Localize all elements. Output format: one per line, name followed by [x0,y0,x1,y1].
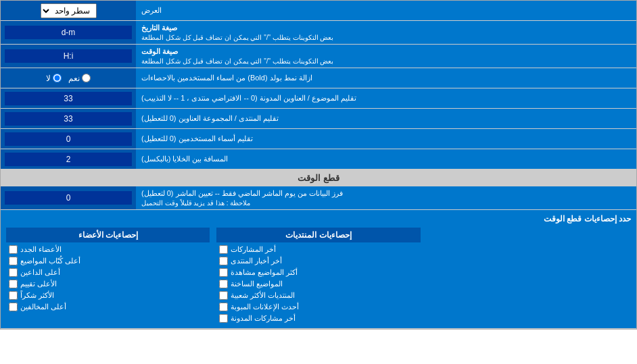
checkbox-last-posts[interactable] [219,245,228,254]
time-section-header: قطع الوقت [1,170,636,186]
main-container: العرض سطر واحدسطرينثلاثة أسطر صيغة التار… [0,0,637,330]
header-row: العرض سطر واحدسطرينثلاثة أسطر [1,1,636,21]
time-cut-row: فرز البيانات من يوم الماشر الماضي فقط --… [1,186,636,210]
forum-trim-row: تقليم المنتدى / المجموعة العناوين (0 للت… [1,109,636,129]
checkbox-item: أكثر المواضيع مشاهدة [216,267,420,278]
checkbox-item: الأعضاء الجدد [6,244,210,255]
forums-stats-col: إحصاءيات المنتديات أخر المشاركات أخر أخب… [216,228,420,324]
forum-trim-input[interactable] [5,112,132,126]
checkboxes-title: حدد إحصاءيات قطع الوقت [6,214,631,224]
radio-no-label: لا [46,74,62,83]
checkbox-hot-topics[interactable] [219,280,228,288]
header-select-container: سطر واحدسطرينثلاثة أسطر [1,1,136,20]
checkbox-last-news[interactable] [219,257,228,265]
checkbox-item: أعلى الداعين [6,267,210,278]
checkbox-item: الأعلى تقييم [6,278,210,290]
checkbox-blog-posts[interactable] [219,314,228,323]
topic-trim-label: تقليم الموضوع / العناوين المدونة (0 -- ا… [136,88,636,108]
forums-stats-header: إحصاءيات المنتديات [216,228,420,242]
checkbox-item: أخر المشاركات [216,244,420,255]
checkbox-top-rated[interactable] [9,280,18,288]
time-format-input-container [1,45,136,68]
radio-yes[interactable] [82,74,91,82]
time-cut-input-container [1,186,136,209]
username-trim-input[interactable] [5,132,132,146]
checkbox-top-inviters[interactable] [9,268,18,277]
radio-no[interactable] [53,74,62,82]
checkbox-most-viewed[interactable] [219,268,228,277]
forum-trim-label: تقليم المنتدى / المجموعة العناوين (0 للت… [136,109,636,128]
time-format-label: صيغة الوقت بعض التكوينات يتطلب "/" التي … [136,45,636,68]
empty-col [427,228,631,324]
checkbox-item: الأكثر شكراً [6,290,210,301]
time-cut-input[interactable] [5,191,132,205]
topic-trim-input-container [1,88,136,108]
topic-trim-input[interactable] [5,92,132,105]
header-label: العرض [136,1,636,20]
checkbox-item: أخر أخبار المنتدى [216,255,420,267]
checkbox-top-violators[interactable] [9,303,18,311]
checkbox-item: أعلى المخالفين [6,301,210,313]
view-select[interactable]: سطر واحدسطرينثلاثة أسطر [41,3,97,18]
checkbox-new-members[interactable] [9,245,18,254]
checkboxes-section: حدد إحصاءيات قطع الوقت إحصاءيات المنتديا… [1,210,636,329]
cell-spacing-input-container [1,149,136,169]
time-format-row: صيغة الوقت بعض التكوينات يتطلب "/" التي … [1,45,636,68]
checkbox-item: المنتديات الأكثر شعبية [216,290,420,301]
date-format-input[interactable] [5,26,132,39]
bold-remove-row: ازالة نمط بولد (Bold) من اسماء المستخدمي… [1,68,636,88]
username-trim-label: تقليم أسماء المستخدمين (0 للتعطيل) [136,129,636,149]
cell-spacing-input[interactable] [5,153,132,166]
forum-trim-input-container [1,109,136,128]
members-stats-header: إحصاءيات الأعضاء [6,228,210,242]
date-format-row: صيغة التاريخ بعض التكوينات يتطلب "/" الت… [1,21,636,45]
date-format-label: صيغة التاريخ بعض التكوينات يتطلب "/" الت… [136,21,636,44]
checkbox-most-thanked[interactable] [9,291,18,300]
checkbox-item: أعلى كُتّاب المواضيع [6,255,210,267]
checkboxes-grid: إحصاءيات المنتديات أخر المشاركات أخر أخب… [6,228,631,324]
checkbox-item: المواضيع الساخنة [216,278,420,290]
checkbox-classifieds[interactable] [219,303,228,311]
cell-spacing-row: المسافة بين الخلايا (بالبكسل) [1,149,636,170]
cell-spacing-label: المسافة بين الخلايا (بالبكسل) [136,149,636,169]
date-format-input-container [1,21,136,44]
topic-trim-row: تقليم الموضوع / العناوين المدونة (0 -- ا… [1,88,636,109]
time-format-input[interactable] [5,49,132,63]
time-cut-label: فرز البيانات من يوم الماشر الماضي فقط --… [136,186,636,209]
checkbox-top-writers[interactable] [9,257,18,265]
checkbox-popular-forums[interactable] [219,291,228,300]
bold-remove-radio-container: نعم لا [1,68,136,88]
members-stats-col: إحصاءيات الأعضاء الأعضاء الجدد أعلى كُتّ… [6,228,210,324]
checkbox-item: أحدث الإعلانات المبوبة [216,301,420,313]
username-trim-row: تقليم أسماء المستخدمين (0 للتعطيل) [1,129,636,149]
username-trim-input-container [1,129,136,149]
bold-remove-label: ازالة نمط بولد (Bold) من اسماء المستخدمي… [136,68,636,88]
checkbox-item: أخر مشاركات المدونة [216,313,420,324]
radio-yes-label: نعم [68,74,91,83]
